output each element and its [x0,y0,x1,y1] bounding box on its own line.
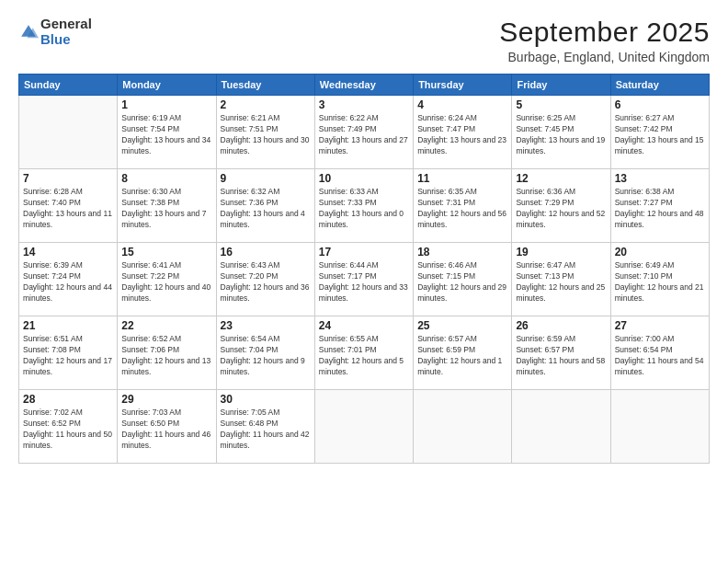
day-number: 2 [221,98,311,111]
table-row: 23Sunrise: 6:54 AMSunset: 7:04 PMDayligh… [216,316,314,390]
day-number: 11 [417,172,507,185]
cell-info: Sunrise: 6:28 AMSunset: 7:40 PMDaylight:… [23,187,113,231]
table-row: 14Sunrise: 6:39 AMSunset: 7:24 PMDayligh… [19,243,118,316]
cell-info: Sunrise: 6:52 AMSunset: 7:06 PMDaylight:… [121,334,211,378]
day-number: 25 [417,319,507,332]
table-row: 19Sunrise: 6:47 AMSunset: 7:13 PMDayligh… [512,243,610,316]
cell-info: Sunrise: 6:57 AMSunset: 6:59 PMDaylight:… [417,334,507,378]
cell-info: Sunrise: 6:46 AMSunset: 7:15 PMDaylight:… [417,260,507,304]
table-row: 30Sunrise: 7:05 AMSunset: 6:48 PMDayligh… [216,390,314,464]
calendar-header-row: Sunday Monday Tuesday Wednesday Thursday… [19,75,710,96]
day-number: 30 [221,393,311,406]
day-number: 28 [23,393,113,406]
cell-info: Sunrise: 6:32 AMSunset: 7:36 PMDaylight:… [221,187,311,231]
day-number: 22 [121,319,211,332]
cell-info: Sunrise: 6:59 AMSunset: 6:57 PMDaylight:… [516,334,606,378]
cell-info: Sunrise: 6:47 AMSunset: 7:13 PMDaylight:… [516,260,606,304]
table-row: 10Sunrise: 6:33 AMSunset: 7:33 PMDayligh… [314,169,413,243]
table-row [610,390,709,464]
col-tuesday: Tuesday [216,75,314,96]
cell-info: Sunrise: 6:41 AMSunset: 7:22 PMDaylight:… [121,260,211,304]
calendar-table: Sunday Monday Tuesday Wednesday Thursday… [18,74,710,464]
cell-info: Sunrise: 6:33 AMSunset: 7:33 PMDaylight:… [319,187,409,231]
cell-info: Sunrise: 6:49 AMSunset: 7:10 PMDaylight:… [615,260,705,304]
cell-info: Sunrise: 7:02 AMSunset: 6:52 PMDaylight:… [23,408,113,452]
col-friday: Friday [512,75,610,96]
cell-info: Sunrise: 6:19 AMSunset: 7:54 PMDaylight:… [121,113,211,157]
cell-info: Sunrise: 6:54 AMSunset: 7:04 PMDaylight:… [221,334,311,378]
day-number: 14 [23,246,113,259]
table-row: 15Sunrise: 6:41 AMSunset: 7:22 PMDayligh… [118,243,216,316]
day-number: 20 [615,246,705,259]
day-number: 24 [319,319,409,332]
logo-blue-text: Blue [40,31,71,47]
cell-info: Sunrise: 6:51 AMSunset: 7:08 PMDaylight:… [23,334,113,378]
calendar-week-row: 28Sunrise: 7:02 AMSunset: 6:52 PMDayligh… [19,390,710,464]
calendar-week-row: 7Sunrise: 6:28 AMSunset: 7:40 PMDaylight… [19,169,710,243]
day-number: 6 [615,98,705,111]
table-row: 24Sunrise: 6:55 AMSunset: 7:01 PMDayligh… [314,316,413,390]
cell-info: Sunrise: 7:00 AMSunset: 6:54 PMDaylight:… [615,334,705,378]
table-row: 13Sunrise: 6:38 AMSunset: 7:27 PMDayligh… [610,169,709,243]
cell-info: Sunrise: 6:55 AMSunset: 7:01 PMDaylight:… [319,334,409,378]
day-number: 18 [417,246,507,259]
day-number: 15 [121,246,211,259]
cell-info: Sunrise: 6:39 AMSunset: 7:24 PMDaylight:… [23,260,113,304]
logo-general-text: General [40,16,92,31]
table-row: 20Sunrise: 6:49 AMSunset: 7:10 PMDayligh… [610,243,709,316]
day-number: 3 [319,98,409,111]
day-number: 1 [121,98,211,111]
table-row: 5Sunrise: 6:25 AMSunset: 7:45 PMDaylight… [512,96,610,169]
table-row: 26Sunrise: 6:59 AMSunset: 6:57 PMDayligh… [512,316,610,390]
day-number: 8 [121,172,211,185]
day-number: 12 [516,172,606,185]
table-row: 3Sunrise: 6:22 AMSunset: 7:49 PMDaylight… [314,96,413,169]
cell-info: Sunrise: 6:22 AMSunset: 7:49 PMDaylight:… [319,113,409,157]
table-row: 1Sunrise: 6:19 AMSunset: 7:54 PMDaylight… [118,96,216,169]
day-number: 17 [319,246,409,259]
table-row: 18Sunrise: 6:46 AMSunset: 7:15 PMDayligh… [414,243,512,316]
table-row: 4Sunrise: 6:24 AMSunset: 7:47 PMDaylight… [414,96,512,169]
table-row: 29Sunrise: 7:03 AMSunset: 6:50 PMDayligh… [118,390,216,464]
cell-info: Sunrise: 6:44 AMSunset: 7:17 PMDaylight:… [319,260,409,304]
table-row: 16Sunrise: 6:43 AMSunset: 7:20 PMDayligh… [216,243,314,316]
cell-info: Sunrise: 6:35 AMSunset: 7:31 PMDaylight:… [417,187,507,231]
logo-icon [18,22,39,42]
day-number: 5 [516,98,606,111]
table-row: 8Sunrise: 6:30 AMSunset: 7:38 PMDaylight… [118,169,216,243]
day-number: 7 [23,172,113,185]
table-row: 11Sunrise: 6:35 AMSunset: 7:31 PMDayligh… [414,169,512,243]
cell-info: Sunrise: 6:30 AMSunset: 7:38 PMDaylight:… [121,187,211,231]
calendar-week-row: 21Sunrise: 6:51 AMSunset: 7:08 PMDayligh… [19,316,710,390]
table-row: 21Sunrise: 6:51 AMSunset: 7:08 PMDayligh… [19,316,118,390]
day-number: 26 [516,319,606,332]
day-number: 27 [615,319,705,332]
day-number: 13 [615,172,705,185]
table-row [512,390,610,464]
calendar-week-row: 1Sunrise: 6:19 AMSunset: 7:54 PMDaylight… [19,96,710,169]
table-row: 9Sunrise: 6:32 AMSunset: 7:36 PMDaylight… [216,169,314,243]
location: Burbage, England, United Kingdom [499,50,710,64]
day-number: 29 [121,393,211,406]
table-row: 2Sunrise: 6:21 AMSunset: 7:51 PMDaylight… [216,96,314,169]
day-number: 21 [23,319,113,332]
cell-info: Sunrise: 6:21 AMSunset: 7:51 PMDaylight:… [221,113,311,157]
day-number: 23 [221,319,311,332]
day-number: 19 [516,246,606,259]
table-row: 27Sunrise: 7:00 AMSunset: 6:54 PMDayligh… [610,316,709,390]
table-row: 12Sunrise: 6:36 AMSunset: 7:29 PMDayligh… [512,169,610,243]
cell-info: Sunrise: 6:43 AMSunset: 7:20 PMDaylight:… [221,260,311,304]
cell-info: Sunrise: 6:27 AMSunset: 7:42 PMDaylight:… [615,113,705,157]
table-row [314,390,413,464]
cell-info: Sunrise: 6:36 AMSunset: 7:29 PMDaylight:… [516,187,606,231]
page: General Blue September 2025 Burbage, Eng… [0,0,728,563]
calendar-week-row: 14Sunrise: 6:39 AMSunset: 7:24 PMDayligh… [19,243,710,316]
col-wednesday: Wednesday [314,75,413,96]
day-number: 4 [417,98,507,111]
cell-info: Sunrise: 6:24 AMSunset: 7:47 PMDaylight:… [417,113,507,157]
cell-info: Sunrise: 7:03 AMSunset: 6:50 PMDaylight:… [121,408,211,452]
table-row [19,96,118,169]
col-sunday: Sunday [19,75,118,96]
logo: General Blue [18,17,92,47]
cell-info: Sunrise: 7:05 AMSunset: 6:48 PMDaylight:… [221,408,311,452]
